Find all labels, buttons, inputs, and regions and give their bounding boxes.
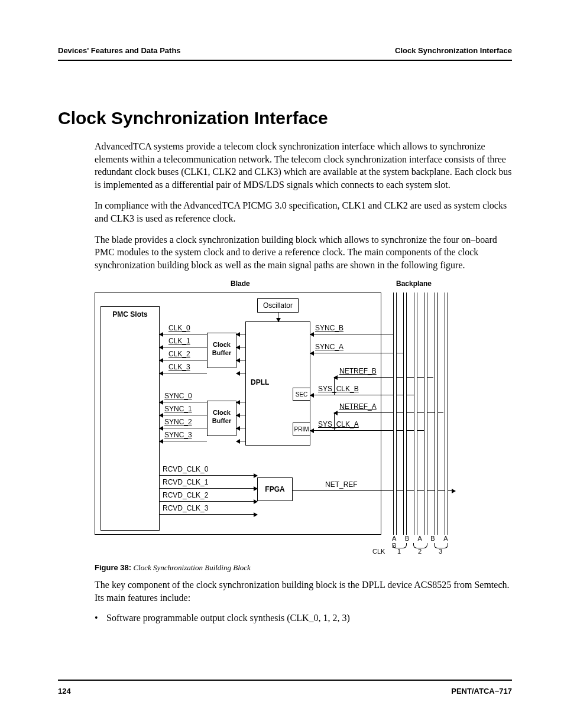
page-number: 124	[58, 687, 71, 696]
backplane-label: Backplane	[396, 280, 432, 288]
rcvd3-line	[160, 514, 257, 515]
intro-paragraph-3: The blade provides a clock synchronizati…	[95, 233, 512, 272]
sync1-label: SYNC_1	[164, 405, 192, 413]
rcvd3-label: RCVD_CLK_3	[163, 504, 208, 512]
dpll-paragraph: The key component of the clock synchroni…	[95, 578, 512, 604]
page-header: Devices' Features and Data Paths Clock S…	[58, 46, 512, 61]
feature-item-1: Software programmable output clock synth…	[95, 613, 512, 623]
rcvd2-line	[160, 501, 257, 502]
buf2-dpll-line-1	[236, 415, 245, 415]
clk2-line	[160, 360, 207, 360]
dpll-label: DPLL	[251, 378, 269, 386]
sync0-line	[160, 402, 207, 402]
figure-title: Clock Synchronization Building Block	[133, 563, 250, 572]
buf1-dpll-line-0	[236, 334, 245, 334]
netref-line	[293, 490, 455, 491]
clock-buffer-2-box: Clock Buffer	[207, 401, 236, 436]
intro-paragraph-1: AdvancedTCA systems provide a telecom cl…	[95, 140, 512, 191]
header-left: Devices' Features and Data Paths	[58, 46, 181, 55]
blade-label: Blade	[231, 280, 250, 288]
netrefb-line	[334, 377, 433, 378]
doc-id: PENT/ATCA−717	[451, 687, 512, 696]
rcvd1-label: RCVD_CLK_1	[163, 478, 208, 486]
clk-1-num: 1	[397, 548, 401, 555]
prim-box: PRIM	[293, 422, 310, 436]
rcvd2-label: RCVD_CLK_2	[163, 491, 208, 499]
rcvd0-label: RCVD_CLK_0	[163, 465, 208, 473]
clock-sync-diagram: Blade Backplane PMC Slots Oscillator DPL…	[95, 280, 455, 557]
clk-2-num: 2	[418, 548, 422, 555]
features-list: Software programmable output clock synth…	[95, 613, 512, 623]
clk3-label: CLK_3	[168, 363, 190, 371]
synca-label: SYNC_A	[315, 343, 343, 351]
sync2-line	[160, 428, 207, 428]
buf2-dpll-line-0	[236, 402, 245, 402]
prim-label: PRIM	[294, 424, 309, 436]
sysclka-label: SYS_CLK_A	[318, 420, 359, 428]
intro-paragraph-2: In compliance with the AdvancedTCA PICMG…	[95, 199, 512, 225]
sysclkb-line	[310, 395, 414, 395]
sync1-line	[160, 415, 207, 415]
fpga-label: FPGA	[265, 478, 284, 500]
figure-label: Figure 38:	[95, 563, 131, 572]
synca-line	[310, 353, 403, 353]
clk0-line	[160, 334, 207, 334]
clock-buffer-2-label: Clock Buffer	[208, 408, 236, 425]
pmc-slots-label: PMC Slots	[112, 310, 147, 318]
clk0-label: CLK_0	[168, 324, 190, 332]
sync3-line	[160, 441, 207, 441]
backplane-bar-3a	[435, 292, 438, 535]
rcvd1-line	[160, 488, 257, 489]
header-right: Clock Synchronization Interface	[395, 46, 512, 55]
sec-label: SEC	[296, 389, 308, 401]
buf1-dpll-line-3	[236, 373, 245, 373]
figure-caption: Figure 38: Clock Synchronization Buildin…	[95, 563, 512, 573]
backplane-bar-2a	[414, 292, 417, 535]
clk-row-label: CLK	[372, 548, 385, 555]
backplane-bar-1b	[403, 292, 407, 535]
syncb-line	[310, 334, 393, 334]
fpga-box: FPGA	[257, 477, 293, 501]
clk3-line	[160, 373, 207, 373]
rcvd0-line	[160, 475, 257, 476]
sync0-label: SYNC_0	[164, 392, 192, 400]
clock-buffer-1-label: Clock Buffer	[208, 340, 236, 357]
section-title: Clock Synchronization Interface	[58, 108, 512, 128]
netrefb-label: NETREF_B	[339, 367, 377, 375]
buf1-dpll-line-2	[236, 360, 245, 360]
buf2-dpll-line-2	[236, 428, 245, 428]
clock-buffer-1-box: Clock Buffer	[207, 333, 236, 368]
oscillator-label: Oscillator	[263, 299, 293, 312]
figure-38: Blade Backplane PMC Slots Oscillator DPL…	[95, 280, 512, 573]
pmc-slots-box: PMC Slots	[101, 306, 160, 531]
buf1-dpll-line-1	[236, 347, 245, 347]
netref-label: NET_REF	[325, 480, 358, 489]
backplane-bar-2b	[424, 292, 427, 535]
sysclka-line	[310, 430, 424, 431]
oscillator-box: Oscillator	[257, 298, 299, 313]
sync2-label: SYNC_2	[164, 418, 192, 426]
netrefa-label: NETREF_A	[339, 402, 377, 411]
syncb-label: SYNC_B	[315, 324, 343, 332]
page-footer: 124 PENT/ATCA−717	[58, 680, 512, 696]
sync3-label: SYNC_3	[164, 431, 192, 439]
backplane-bar-3b	[445, 292, 448, 535]
clk1-label: CLK_1	[168, 337, 190, 345]
sysclkb-label: SYS_CLK_B	[318, 385, 359, 393]
buf2-dpll-line-3	[236, 441, 245, 441]
clk-3-num: 3	[439, 548, 442, 555]
osc-to-dpll-line	[278, 313, 278, 321]
clk1-line	[160, 347, 207, 347]
sec-box: SEC	[293, 388, 310, 401]
backplane-bar-1a	[393, 292, 397, 535]
clk2-label: CLK_2	[168, 350, 190, 358]
